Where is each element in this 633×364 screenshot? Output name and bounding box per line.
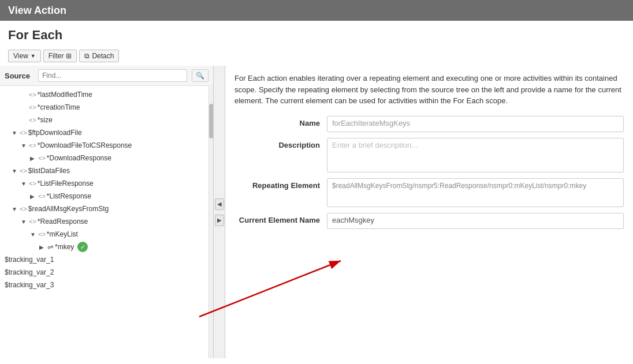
tree-label: $tracking_var_2 [5, 268, 54, 276]
tree-label: *creationTime [38, 103, 80, 111]
tag-icon: <> [38, 231, 46, 238]
tree-label: *DownloadFileTolCSResponse [38, 141, 132, 149]
view-button[interactable]: View ▼ [8, 50, 41, 62]
tag-icon: <> [29, 180, 36, 187]
tree-label: $readAllMsgKeysFromStg [28, 205, 109, 213]
tree-label: $tracking_var_3 [5, 281, 54, 289]
tree-item-lastmodified[interactable]: <> *lastModifiedTime [0, 88, 213, 101]
tree-label: *ReadResponse [38, 217, 88, 226]
tree-item-tracking3[interactable]: $tracking_var_3 [0, 279, 213, 291]
toolbar: View ▼ Filter ⊞ ⧉ Detach [0, 47, 633, 66]
description-row: Description Enter a brief description... [234, 138, 624, 172]
tag-icon: <> [29, 142, 36, 149]
name-label: Name [234, 116, 327, 127]
tree-item-listfileresponse[interactable]: ▼ <> *ListFileResponse [0, 177, 213, 190]
current-element-label: Current Element Name [234, 213, 327, 224]
tree-scrollbar[interactable] [208, 87, 213, 358]
tree-label: *DownloadResponse [47, 154, 111, 162]
tree-item-tracking1[interactable]: $tracking_var_1 [0, 253, 213, 266]
tree-label: $ftpDownloadFile [28, 129, 82, 137]
search-button[interactable]: 🔍 [192, 69, 208, 82]
page-title: For Each [0, 21, 633, 47]
tree-label: *ListResponse [47, 192, 91, 200]
tree-arrow: ▶ [30, 155, 37, 162]
tree-arrow: ▼ [21, 181, 28, 187]
tree-item-readresponse[interactable]: ▼ <> *ReadResponse [0, 215, 213, 228]
detach-label: Detach [92, 52, 114, 60]
tag-icon: <> [29, 91, 36, 98]
tree-item-mkeylist[interactable]: ▼ <> *mKeyList [0, 228, 213, 241]
name-row: Name forEachIterateMsgKeys [234, 116, 624, 132]
tree-item-mkey[interactable]: ▶ ⇌ *mkey ✓ [0, 241, 213, 253]
tag-icon: <> [29, 218, 36, 225]
description-field[interactable]: Enter a brief description... [327, 138, 624, 172]
repeating-element-label: Repeating Element [234, 178, 327, 190]
tree-item-listresponse[interactable]: ▶ <> *ListResponse [0, 190, 213, 202]
tag-icon: <> [20, 167, 27, 174]
source-header: Source 🔍 [0, 66, 213, 86]
search-icon: 🔍 [196, 72, 204, 80]
view-dropdown-icon: ▼ [31, 53, 36, 59]
tag-icon: <> [38, 155, 46, 162]
repeating-element-row: Repeating Element $readAllMsgKeysFromStg… [234, 178, 624, 207]
tag-icon: <> [20, 129, 27, 136]
tree-item-tracking2[interactable]: $tracking_var_2 [0, 266, 213, 279]
expand-arrow[interactable]: ▶ [215, 215, 224, 226]
tree-item-readallmsgkeys[interactable]: ▼ <> $readAllMsgKeysFromStg [0, 202, 213, 215]
detach-button[interactable]: ⧉ Detach [79, 50, 119, 62]
repeat-icon: ⇌ [47, 243, 54, 252]
tag-icon: <> [20, 205, 27, 212]
header-bar: View Action [0, 0, 633, 21]
left-panel: Source 🔍 <> *lastModifiedTime <> *creati… [0, 66, 214, 358]
tree-label: $tracking_var_1 [5, 256, 54, 264]
description-text: For Each action enables iterating over a… [234, 73, 624, 107]
find-input[interactable] [38, 69, 187, 82]
filter-button[interactable]: Filter ⊞ [43, 50, 77, 62]
collapse-arrow[interactable]: ◀ [215, 198, 224, 210]
tree-label: *lastModifiedTime [38, 91, 92, 99]
splitter[interactable]: ◀ ▶ [214, 66, 225, 358]
tag-icon: <> [29, 104, 36, 111]
tree-item-downloadfiletolcs[interactable]: ▼ <> *DownloadFileTolCSResponse [0, 139, 213, 152]
tree-label: *mkey [55, 243, 74, 251]
tree-label: *ListFileResponse [38, 179, 94, 187]
current-element-field[interactable]: eachMsgkey [327, 213, 624, 229]
right-panel: For Each action enables iterating over a… [225, 66, 633, 358]
check-icon: ✓ [77, 242, 88, 252]
tree-arrow: ▼ [12, 206, 18, 212]
tree-label: $listDataFiles [28, 167, 70, 175]
scrollbar-thumb [209, 104, 214, 138]
tree-arrow: ▼ [21, 219, 28, 225]
content-wrapper: Source 🔍 <> *lastModifiedTime <> *creati… [0, 66, 633, 358]
detach-icon: ⧉ [84, 52, 90, 60]
tree-item-listdatafiles[interactable]: ▼ <> $listDataFiles [0, 164, 213, 177]
tree-arrow: ▼ [12, 168, 18, 174]
filter-label: Filter [49, 52, 64, 60]
description-label: Description [234, 138, 327, 149]
tree-item-ftpdownloadfile[interactable]: ▼ <> $ftpDownloadFile [0, 126, 213, 139]
tree-item-downloadresponse[interactable]: ▶ <> *DownloadResponse [0, 152, 213, 164]
tree-item-size[interactable]: <> *size [0, 114, 213, 126]
tree-arrow: ▶ [39, 244, 46, 250]
tag-icon: <> [29, 117, 36, 123]
tree-arrow: ▼ [12, 130, 18, 136]
current-element-row: Current Element Name eachMsgkey [234, 213, 624, 229]
tree-arrow: ▼ [30, 231, 37, 238]
view-label: View [13, 52, 28, 60]
tree-label: *mKeyList [47, 230, 78, 238]
source-label: Source [5, 72, 33, 80]
header-title: View Action [8, 5, 66, 17]
filter-icon: ⊞ [66, 52, 72, 60]
tree-label: *size [38, 116, 53, 124]
tree-container[interactable]: <> *lastModifiedTime <> *creationTime <>… [0, 86, 213, 358]
repeating-element-field[interactable]: $readAllMsgKeysFromStg/nsmpr5:ReadRespon… [327, 178, 624, 207]
tree-arrow: ▶ [30, 193, 37, 200]
tree-arrow: ▼ [21, 142, 28, 149]
tree-item-creationtime[interactable]: <> *creationTime [0, 101, 213, 114]
name-field[interactable]: forEachIterateMsgKeys [327, 116, 624, 132]
tag-icon: <> [38, 193, 46, 200]
